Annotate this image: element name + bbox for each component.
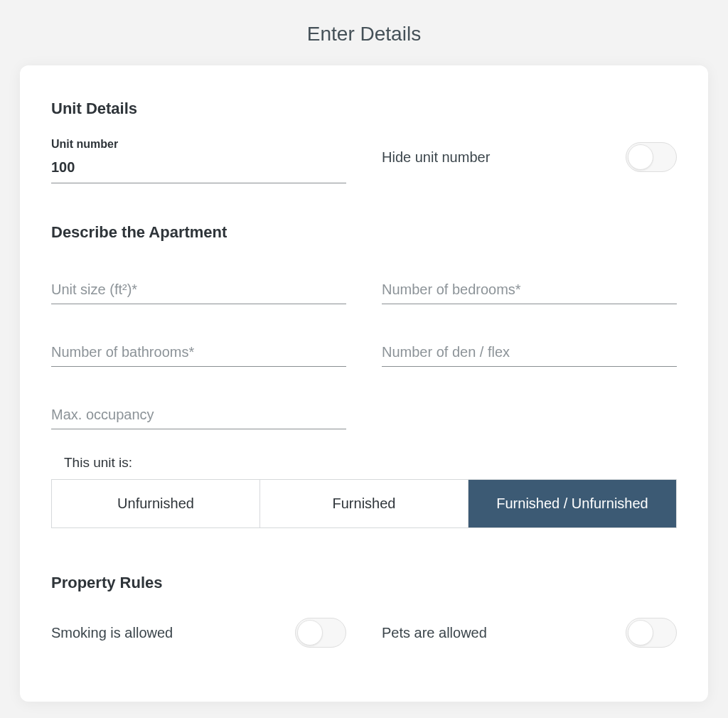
furnishing-option-furnished-unfurnished[interactable]: Furnished / Unfurnished [468,480,676,527]
hide-unit-number-row: Hide unit number [382,131,677,183]
bathrooms-input[interactable] [51,344,346,360]
unit-size-field[interactable] [51,263,346,304]
smoking-toggle[interactable] [295,618,346,648]
unit-number-field[interactable]: Unit number [51,131,346,183]
hide-unit-number-toggle[interactable] [626,142,677,172]
describe-heading: Describe the Apartment [51,223,677,242]
max-occupancy-input[interactable] [51,407,346,423]
pets-toggle[interactable] [626,618,677,648]
pets-row: Pets are allowed [382,606,677,659]
unit-number-label: Unit number [51,138,346,151]
smoking-row: Smoking is allowed [51,606,346,659]
bathrooms-field[interactable] [51,326,346,367]
furnishing-caption: This unit is: [64,455,677,471]
details-card: Unit Details Unit number Hide unit numbe… [20,65,708,702]
den-flex-input[interactable] [382,344,677,360]
furnishing-option-unfurnished[interactable]: Unfurnished [52,480,259,527]
property-rules-heading: Property Rules [51,574,677,592]
hide-unit-number-label: Hide unit number [382,149,490,166]
furnishing-segmented[interactable]: Unfurnished Furnished Furnished / Unfurn… [51,479,677,528]
unit-details-heading: Unit Details [51,100,677,118]
unit-number-input[interactable] [51,159,346,176]
bedrooms-input[interactable] [382,282,677,298]
den-flex-field[interactable] [382,326,677,367]
pets-label: Pets are allowed [382,625,487,641]
unit-size-input[interactable] [51,282,346,298]
furnishing-option-furnished[interactable]: Furnished [259,480,468,527]
max-occupancy-field[interactable] [51,388,346,429]
page-title: Enter Details [0,0,728,65]
smoking-label: Smoking is allowed [51,625,173,641]
bedrooms-field[interactable] [382,263,677,304]
